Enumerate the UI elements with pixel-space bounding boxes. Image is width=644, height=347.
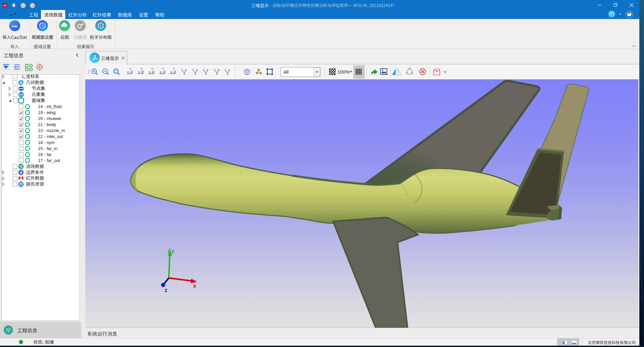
svg-text:Y: Y [162, 67, 164, 71]
svg-text:z: z [130, 70, 132, 74]
svg-text:Y: Y [173, 67, 175, 71]
svg-text:Y: Y [141, 67, 143, 71]
svg-text:x: x [24, 77, 26, 79]
svg-text:y: y [171, 248, 174, 254]
svg-text:x: x [138, 70, 140, 74]
svg-text:x: x [149, 70, 151, 74]
svg-text:All: All [283, 69, 289, 75]
svg-text:z: z [141, 70, 143, 74]
svg-text:x: x [193, 283, 196, 289]
svg-text:x: x [127, 70, 129, 74]
svg-text:z: z [173, 70, 175, 74]
svg-text:cas: cas [12, 23, 17, 28]
svg-text:Y: Y [130, 67, 132, 71]
svg-text:x: x [170, 70, 172, 74]
svg-text:z: z [164, 287, 167, 293]
svg-text:x: x [160, 70, 161, 74]
svg-text:z: z [163, 70, 164, 74]
svg-text:z: z [152, 70, 154, 74]
svg-text:Y: Y [151, 67, 153, 71]
svg-text:100%: 100% [337, 69, 350, 75]
